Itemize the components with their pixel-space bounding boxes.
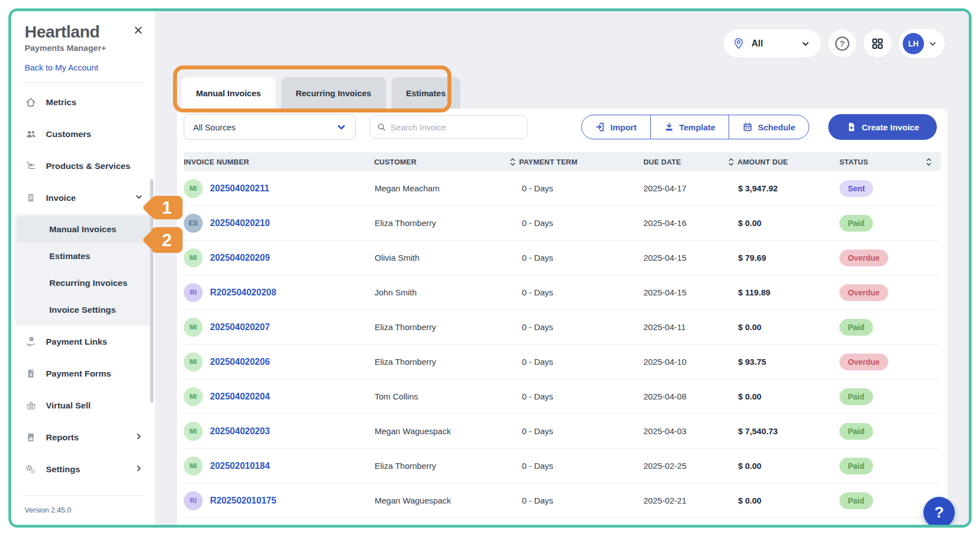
sidebar-nav: Metrics Customers Products & Services In… (11, 86, 155, 485)
table-row[interactable]: MI 202504020209 Olivia Smith 0 - Days 20… (184, 241, 941, 275)
tab-estimates[interactable]: Estimates (391, 77, 460, 109)
search-icon (377, 122, 386, 132)
invoice-number-link[interactable]: 202504020207 (210, 322, 270, 332)
sidebar-item-settings[interactable]: Settings (11, 453, 155, 485)
invoice-type-badge: MI (184, 248, 203, 267)
col-amount-due[interactable]: AMOUNT DUE (728, 157, 829, 167)
table-row[interactable]: RI R202502010175 Megan Waguespack 0 - Da… (184, 483, 941, 518)
topbar: All ? LH (724, 29, 945, 58)
status-badge: Paid (839, 458, 873, 474)
apps-grid-button[interactable] (864, 30, 892, 58)
col-due-date[interactable]: DUE DATE (633, 158, 728, 166)
invoice-number-link[interactable]: 202504020210 (210, 218, 270, 228)
import-button[interactable]: Import (582, 115, 650, 139)
invoice-number-link[interactable]: 202504020206 (210, 357, 270, 367)
back-to-account-link[interactable]: Back to My Account (11, 53, 155, 72)
submenu-item-invoice-settings[interactable]: Invoice Settings (17, 297, 151, 323)
customer-cell: Olivia Smith (374, 253, 510, 262)
status-badge: Paid (839, 423, 873, 440)
template-label: Template (679, 123, 716, 132)
chevron-right-icon (135, 432, 143, 443)
col-invoice-number[interactable]: INVOICE NUMBER (184, 158, 374, 166)
template-button[interactable]: Template (650, 115, 729, 139)
sidebar-item-metrics[interactable]: Metrics (11, 86, 155, 118)
tab-recurring-invoices[interactable]: Recurring Invoices (281, 77, 386, 109)
invoice-number-link[interactable]: 202504020204 (210, 392, 270, 402)
schedule-button[interactable]: Schedule (729, 115, 809, 139)
sidebar-item-customers[interactable]: Customers (11, 118, 155, 150)
help-button[interactable]: ? (828, 30, 856, 58)
status-badge: Overdue (839, 354, 888, 370)
status-badge: Paid (839, 388, 873, 405)
amount-due-cell: $ 3,947.92 (728, 184, 829, 193)
create-invoice-button[interactable]: Create Invoice (828, 114, 937, 140)
due-date-cell: 2025-04-17 (633, 184, 728, 193)
tab-manual-invoices[interactable]: Manual Invoices (181, 77, 276, 109)
handtruck-icon (25, 160, 37, 172)
table-row[interactable]: MI 202504020204 Tom Collins 0 - Days 202… (184, 379, 941, 414)
chevron-down-icon (801, 40, 810, 48)
payment-term-cell: 0 - Days (510, 496, 633, 505)
amount-due-cell: $ 93.75 (728, 357, 829, 366)
close-sidebar-button[interactable] (134, 26, 143, 36)
invoice-number-link[interactable]: 202504020211 (210, 184, 269, 194)
home-icon (25, 96, 37, 109)
sidebar-item-virtual-sell[interactable]: Virtual Sell (11, 389, 155, 421)
sidebar-item-products-services[interactable]: Products & Services (11, 150, 155, 182)
col-payment-term[interactable]: PAYMENT TERM (510, 157, 633, 167)
sidebar-item-payment-links[interactable]: $ Payment Links (11, 326, 155, 358)
payment-term-cell: 0 - Days (510, 426, 633, 436)
invoice-type-badge: RI (184, 283, 203, 302)
annotation-step-2: 2 (151, 227, 183, 253)
apps-grid-icon (871, 37, 884, 50)
sidebar: Heartland Payments Manager+ Back to My A… (11, 11, 155, 525)
sidebar-item-payment-forms[interactable]: $ Payment Forms (11, 358, 155, 389)
floating-help-button[interactable]: ? (923, 497, 955, 528)
table-row[interactable]: MI 202504020211 Megan Meacham 0 - Days 2… (184, 171, 941, 206)
avatar: LH (903, 33, 924, 54)
invoice-number-link[interactable]: 202504020209 (210, 253, 270, 263)
status-badge: Paid (839, 319, 873, 336)
brand-block: Heartland Payments Manager+ (25, 22, 106, 53)
create-invoice-label: Create Invoice (862, 123, 920, 132)
submenu-item-estimates[interactable]: Estimates (17, 243, 151, 270)
location-filter-dropdown[interactable]: All (724, 30, 821, 58)
sidebar-item-reports[interactable]: Reports (11, 421, 155, 453)
source-filter-value: All Sources (193, 123, 337, 132)
sort-icon[interactable] (926, 157, 932, 167)
submenu-item-recurring-invoices[interactable]: Recurring Invoices (17, 270, 151, 297)
sort-icon[interactable] (510, 157, 516, 167)
user-menu[interactable]: LH (899, 29, 945, 58)
col-customer[interactable]: CUSTOMER (374, 158, 510, 166)
col-status[interactable]: STATUS (829, 158, 915, 166)
table-row[interactable]: MI 202504020203 Megan Waguespack 0 - Day… (184, 414, 941, 449)
invoice-type-badge: ES (184, 214, 203, 233)
invoice-number-link[interactable]: R202502010175 (210, 496, 276, 506)
customer-cell: Megan Waguespack (374, 426, 510, 436)
table-row[interactable]: ES 202504020210 Eliza Thornberry 0 - Day… (184, 206, 941, 241)
due-date-cell: 2025-04-03 (633, 426, 728, 436)
customer-cell: Eliza Thornberry (374, 322, 510, 332)
report-chart-icon (25, 431, 37, 444)
submenu-item-manual-invoices[interactable]: Manual Invoices (17, 216, 151, 243)
table-row[interactable]: MI 202502010184 Eliza Thornberry 0 - Day… (184, 449, 941, 483)
invoice-number-link[interactable]: R202504020208 (210, 288, 276, 298)
source-filter-dropdown[interactable]: All Sources (184, 114, 356, 140)
col-sort-end[interactable] (915, 157, 941, 167)
table-row[interactable]: MI 202504020206 Eliza Thornberry 0 - Day… (184, 345, 941, 379)
sidebar-item-invoice[interactable]: Invoice (11, 182, 155, 214)
sidebar-item-label: Payment Links (46, 337, 143, 347)
amount-due-cell: $ 0.00 (728, 322, 829, 332)
search-input[interactable] (390, 123, 520, 132)
heartland-logo: Heartland (25, 22, 106, 41)
invoice-number-link[interactable]: 202502010184 (210, 461, 270, 471)
invoice-number-link[interactable]: 202504020203 (210, 426, 270, 436)
table-row[interactable]: RI R202504020208 John Smith 0 - Days 202… (184, 275, 941, 310)
payment-term-cell: 0 - Days (510, 322, 633, 332)
payment-term-cell: 0 - Days (510, 218, 633, 228)
sort-icon[interactable] (728, 157, 734, 167)
logo-subtitle: Payments Manager+ (25, 43, 106, 53)
table-row[interactable]: MI 202504020207 Eliza Thornberry 0 - Day… (184, 310, 941, 345)
status-badge: Paid (839, 215, 873, 232)
receipt-icon (25, 192, 37, 204)
